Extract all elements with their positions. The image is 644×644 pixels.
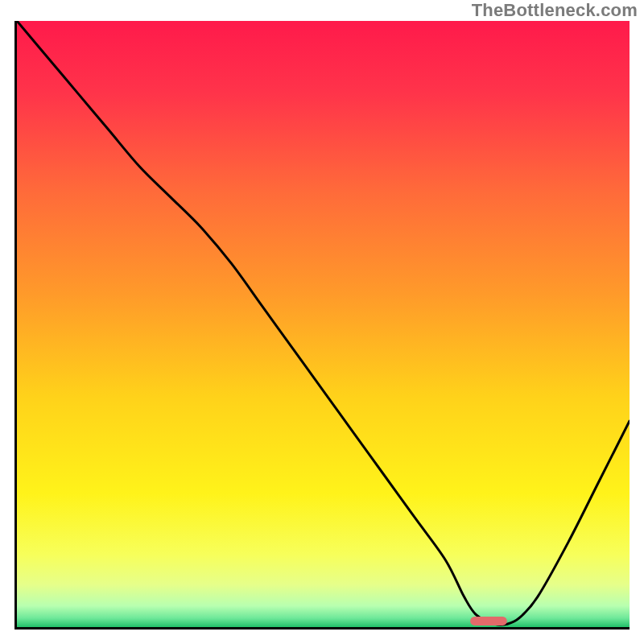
optimal-marker xyxy=(17,21,630,627)
chart-stage: TheBottleneck.com xyxy=(0,0,644,644)
svg-rect-1 xyxy=(470,617,507,625)
watermark-text: TheBottleneck.com xyxy=(472,0,638,21)
plot-area xyxy=(17,21,630,627)
